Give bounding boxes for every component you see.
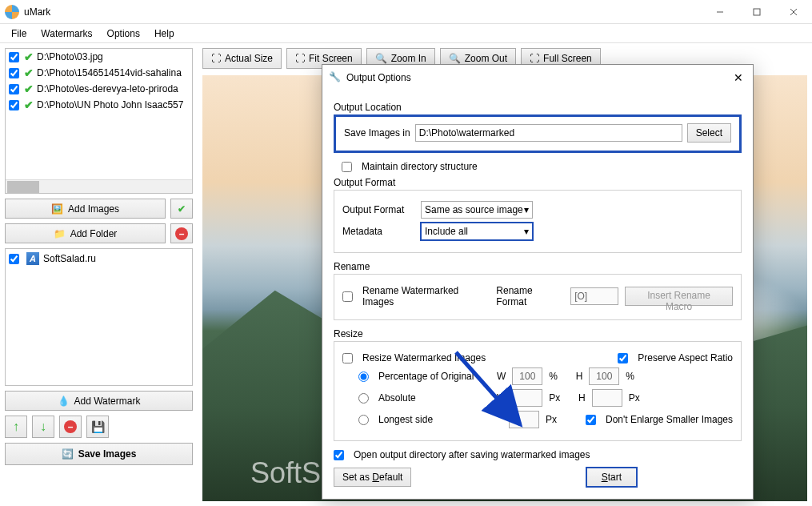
resize-h-px-input — [592, 389, 622, 407]
full-screen-icon: ⛶ — [530, 53, 539, 64]
annotation-arrow-icon — [448, 344, 552, 448]
file-name: D:\Photo\03.jpg — [37, 51, 103, 62]
check-icon: ✔ — [24, 82, 34, 95]
remove-button[interactable]: – — [170, 223, 193, 243]
add-folder-label: Add Folder — [70, 228, 118, 239]
minus-icon: – — [175, 227, 188, 240]
output-path-input[interactable] — [415, 124, 682, 142]
check-icon: ✔ — [24, 50, 34, 63]
watermark-checkbox[interactable] — [9, 254, 19, 264]
floppy-icon: 💾 — [91, 420, 105, 433]
check-icon: ✔ — [178, 203, 186, 215]
actual-size-button[interactable]: ⛶Actual Size — [202, 48, 282, 69]
start-button[interactable]: Start — [586, 467, 638, 488]
save-images-label: Save Images — [78, 448, 137, 460]
menu-file[interactable]: File — [5, 26, 33, 42]
check-icon: ✔ — [24, 98, 34, 111]
check-all-button[interactable]: ✔ — [170, 199, 193, 219]
maintain-directory-checkbox[interactable] — [342, 162, 352, 172]
save-images-button[interactable]: 🔄 Save Images — [5, 443, 193, 465]
metadata-select[interactable]: Include all▾ — [421, 223, 533, 240]
add-images-icon: 🖼️ — [51, 203, 63, 215]
rename-checkbox-label: Rename Watermarked Images — [362, 285, 490, 307]
file-checkbox[interactable] — [9, 68, 19, 78]
resize-absolute-radio[interactable] — [358, 393, 369, 404]
watermark-icon: 💧 — [58, 396, 70, 407]
rename-checkbox[interactable] — [342, 291, 353, 302]
move-down-button[interactable]: ↓ — [32, 416, 54, 438]
add-images-label: Add Images — [68, 203, 119, 215]
maximize-button[interactable] — [738, 0, 775, 24]
add-images-button[interactable]: 🖼️ Add Images — [5, 199, 166, 219]
move-up-button[interactable]: ↑ — [5, 416, 27, 438]
menu-options[interactable]: Options — [101, 26, 146, 42]
watermark-list[interactable]: A SoftSalad.ru — [5, 248, 193, 386]
file-list[interactable]: ✔ D:\Photo\03.jpg ✔ D:\Photo\1546514514v… — [5, 48, 193, 194]
output-format-group: Output Format Same as source image▾ Meta… — [334, 190, 742, 253]
delete-watermark-button[interactable]: – — [59, 416, 82, 438]
titlebar: uMark — [0, 0, 812, 24]
output-location-group: Save Images in Select — [334, 114, 742, 153]
close-button[interactable] — [775, 0, 812, 24]
rename-format-label: Rename Format — [496, 285, 564, 307]
chevron-down-icon: ▾ — [524, 226, 529, 237]
file-list-item[interactable]: ✔ D:\Photo\UN Photo John Isaac557 — [6, 97, 192, 113]
open-output-label: Open output directory after saving water… — [354, 449, 590, 460]
save-icon: 🔄 — [62, 448, 74, 460]
sidebar: ✔ D:\Photo\03.jpg ✔ D:\Photo\1546514514v… — [0, 43, 198, 506]
add-watermark-button[interactable]: 💧 Add Watermark — [5, 391, 193, 411]
file-name: D:\Photo\UN Photo John Isaac557 — [37, 99, 183, 110]
open-output-checkbox[interactable] — [334, 450, 344, 460]
watermark-name: SoftSalad.ru — [43, 253, 96, 264]
output-format-section-label: Output Format — [334, 177, 742, 188]
resize-checkbox[interactable] — [342, 353, 353, 363]
menu-watermarks[interactable]: Watermarks — [34, 26, 98, 42]
resize-h-pct-input — [589, 367, 619, 385]
dont-enlarge-checkbox[interactable] — [586, 415, 596, 425]
folder-icon: 📁 — [54, 228, 66, 239]
resize-section-label: Resize — [334, 328, 742, 339]
arrow-down-icon: ↓ — [40, 420, 46, 434]
file-list-h-scrollbar[interactable] — [6, 179, 192, 193]
zoom-in-icon: 🔍 — [375, 53, 387, 64]
resize-percentage-radio[interactable] — [358, 371, 369, 382]
file-checkbox[interactable] — [9, 52, 19, 62]
app-logo-icon — [5, 5, 19, 19]
file-checkbox[interactable] — [9, 84, 19, 94]
dont-enlarge-label: Don't Enlarge Smaller Images — [606, 414, 733, 425]
add-watermark-label: Add Watermark — [74, 396, 141, 407]
text-watermark-icon: A — [26, 252, 39, 265]
output-location-label: Output Location — [334, 102, 742, 113]
select-path-button[interactable]: Select — [687, 123, 731, 143]
chevron-down-icon: ▾ — [524, 204, 529, 215]
set-default-button[interactable]: Set as Default — [334, 468, 411, 487]
arrow-up-icon: ↑ — [13, 420, 19, 434]
output-format-label: Output Format — [342, 204, 414, 215]
dialog-title: Output Options — [346, 72, 726, 83]
file-list-item[interactable]: ✔ D:\Photo\1546514514vid-sahalina — [6, 65, 192, 81]
add-folder-button[interactable]: 📁 Add Folder — [5, 223, 166, 243]
aspect-ratio-checkbox[interactable] — [618, 353, 628, 363]
save-images-in-label: Save Images in — [344, 127, 410, 139]
file-list-item[interactable]: ✔ D:\Photo\03.jpg — [6, 49, 192, 65]
insert-macro-button: Insert Rename Macro — [625, 287, 733, 306]
watermark-item[interactable]: A SoftSalad.ru — [6, 249, 192, 268]
rename-format-input — [570, 287, 618, 305]
save-watermark-button[interactable]: 💾 — [86, 416, 109, 438]
minimize-button[interactable] — [702, 0, 738, 24]
file-name: D:\Photo\les-derevya-leto-priroda — [37, 83, 178, 94]
output-format-select[interactable]: Same as source image▾ — [421, 201, 533, 219]
resize-longest-radio[interactable] — [358, 415, 369, 425]
file-checkbox[interactable] — [9, 100, 19, 110]
rename-section-label: Rename — [334, 261, 742, 272]
aspect-ratio-label: Preserve Aspect Ratio — [638, 352, 733, 363]
actual-size-icon: ⛶ — [211, 53, 221, 64]
check-icon: ✔ — [24, 66, 34, 79]
menu-help[interactable]: Help — [148, 26, 181, 42]
minus-icon: – — [64, 420, 77, 433]
zoom-out-icon: 🔍 — [449, 53, 461, 64]
menubar: File Watermarks Options Help — [0, 24, 812, 43]
svg-line-4 — [456, 352, 520, 424]
dialog-close-button[interactable]: ✕ — [730, 70, 746, 86]
file-list-item[interactable]: ✔ D:\Photo\les-derevya-leto-priroda — [6, 81, 192, 97]
